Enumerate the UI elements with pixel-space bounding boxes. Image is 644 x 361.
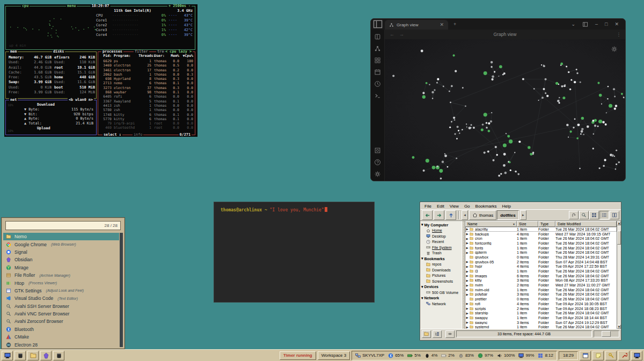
row-expander-icon[interactable]: ▶: [465, 307, 469, 310]
graph-node[interactable]: [568, 137, 569, 138]
graph-node[interactable]: [568, 71, 570, 73]
graph-node[interactable]: [564, 84, 566, 86]
graph-node[interactable]: [614, 156, 615, 157]
process-row[interactable]: 3461electron17thomas0.2····0.0: [100, 68, 193, 72]
sidebar-item-desktop[interactable]: Desktop: [421, 233, 462, 239]
column-header-size[interactable]: Size: [517, 221, 538, 227]
sidebar-item-trash[interactable]: Trash: [421, 251, 462, 256]
tab-cpu[interactable]: cpu: [21, 4, 30, 8]
graph-node[interactable]: [577, 123, 580, 126]
graph-node[interactable]: [450, 102, 451, 104]
graph-node[interactable]: [443, 86, 444, 87]
graph-view-icon[interactable]: [374, 45, 381, 52]
graph-node[interactable]: [491, 78, 493, 80]
file-row[interactable]: ▶rofi4 itemsFolderTue 09 Apr 2024 16:30:…: [465, 301, 617, 306]
vault-switcher-icon[interactable]: [374, 147, 381, 154]
graph-node[interactable]: [487, 151, 489, 153]
taskbar-window-button-1[interactable]: [14, 351, 26, 360]
graph-node[interactable]: [562, 97, 565, 99]
column-header-type[interactable]: Type: [538, 221, 555, 227]
launcher-item-avahi-ssh-server-browser[interactable]: Avahi SSH Server Browser: [3, 303, 119, 310]
graph-node[interactable]: [451, 121, 452, 123]
undo-toolbar-button[interactable]: [569, 211, 579, 219]
launcher-item-gtk-settings[interactable]: GTK Settings(Adjust Look and Feel): [3, 287, 119, 294]
graph-node[interactable]: [442, 161, 444, 163]
sidebar-item-downloads[interactable]: Downloads: [421, 267, 462, 273]
graph-node[interactable]: [608, 86, 609, 87]
process-column-header[interactable]: Mem%: [169, 54, 179, 58]
graph-node[interactable]: [453, 54, 455, 56]
sync-icon[interactable]: [374, 80, 381, 87]
file-row[interactable]: ▶fontconfig1 itemFolderTue 26 Mar 2024 1…: [465, 241, 617, 246]
quick-switcher-icon[interactable]: [374, 33, 381, 40]
process-row[interactable]: 6629ps1thomas0.0····100: [100, 59, 193, 63]
daily-note-icon[interactable]: [374, 69, 381, 76]
back-button[interactable]: [422, 210, 433, 220]
help-icon[interactable]: [374, 159, 381, 166]
graph-node[interactable]: [444, 153, 445, 154]
graph-node[interactable]: [436, 82, 438, 84]
graph-node[interactable]: [484, 113, 487, 116]
up-button[interactable]: [445, 210, 456, 220]
row-expander-icon[interactable]: ▶: [465, 326, 469, 329]
graph-node[interactable]: [615, 168, 616, 170]
scroll-down-icon[interactable]: ▼: [617, 325, 621, 329]
tree-pane-button[interactable]: [433, 330, 442, 338]
process-row[interactable]: 5780zsh1thomas0.0····0.0: [100, 108, 193, 112]
graph-node[interactable]: [453, 116, 455, 119]
launcher-item-avahi-vnc-server-browser[interactable]: Avahi VNC Server Browser: [3, 310, 119, 318]
graph-node[interactable]: [437, 78, 439, 80]
graph-node[interactable]: [555, 82, 558, 85]
list-view-button[interactable]: [599, 211, 609, 219]
taskbar-window-button-2[interactable]: [27, 351, 39, 360]
taskbar-quick-button-0[interactable]: [580, 351, 591, 360]
file-row[interactable]: gruvbox0 itemsFolderThu 28 Mar 2024 14:3…: [465, 255, 617, 260]
menu-bookmarks[interactable]: Bookmarks: [473, 204, 499, 209]
graph-node[interactable]: [545, 78, 547, 80]
graph-node[interactable]: [440, 178, 442, 180]
row-expander-icon[interactable]: ▶: [465, 312, 469, 315]
graph-node[interactable]: [576, 72, 578, 74]
process-row[interactable]: 3273electron37thomas0.3····0.0: [100, 86, 193, 90]
graph-node[interactable]: [611, 154, 614, 157]
system-monitor-window[interactable]: cpu menu 18:29:07 + 2500ms - 11th Gen In…: [4, 4, 197, 137]
launcher-item-google-chrome[interactable]: Google Chrome(Web Browser): [3, 240, 119, 248]
file-row[interactable]: ▶polybar3 itemsFolderTue 26 Mar 2024 18:…: [465, 292, 617, 297]
row-expander-icon[interactable]: ▶: [465, 279, 469, 282]
graph-node[interactable]: [566, 124, 569, 127]
taskbar-quick-button-3[interactable]: [618, 351, 630, 360]
sidebar-toggle-icon[interactable]: [371, 19, 385, 30]
graph-node[interactable]: [484, 152, 486, 154]
graph-node[interactable]: [561, 85, 564, 87]
scrollbar-thumb[interactable]: [617, 231, 621, 245]
graph-node[interactable]: [569, 130, 572, 132]
minimize-icon[interactable]: –: [595, 21, 598, 27]
graph-node[interactable]: [454, 133, 456, 135]
graph-node[interactable]: [456, 138, 458, 139]
canvas-icon[interactable]: [374, 57, 381, 64]
graph-node[interactable]: [458, 130, 459, 131]
graph-node[interactable]: [514, 152, 515, 153]
graph-node[interactable]: [602, 121, 604, 123]
launcher-item-htop[interactable]: Htop(Process Viewer): [3, 279, 119, 286]
graph-node[interactable]: [449, 91, 450, 92]
hscrollbar-thumb[interactable]: [602, 331, 611, 337]
graph-node[interactable]: [580, 134, 582, 135]
tray-display[interactable]: 99%: [518, 353, 534, 358]
sidebar-item-screenshots[interactable]: Screenshots: [421, 278, 462, 284]
graph-node[interactable]: [616, 164, 617, 165]
graph-node[interactable]: [597, 82, 599, 84]
graph-node[interactable]: [494, 71, 495, 72]
file-row[interactable]: ▶i31 itemFolderTue 26 Mar 2024 18:04:02 …: [465, 269, 617, 274]
row-expander-icon[interactable]: ▶: [465, 246, 469, 249]
menu-go[interactable]: Go: [462, 204, 472, 209]
menu-edit[interactable]: Edit: [435, 204, 447, 209]
file-row[interactable]: ▶kitty3 itemsFolderMon 08 Apr 2024 17:33…: [465, 278, 617, 283]
process-column-header[interactable]: Program:: [112, 54, 138, 58]
process-row[interactable]: 6405rofi6thomas0.0····0.0: [100, 94, 193, 99]
tray-globe[interactable]: 97%: [478, 353, 493, 358]
process-row[interactable]: 868waybar98thomas0.1····0.0: [100, 90, 193, 94]
taskbar-quick-button-4[interactable]: [631, 351, 642, 360]
taskbar-quick-button-1[interactable]: [592, 351, 604, 360]
graph-node[interactable]: [496, 154, 497, 156]
